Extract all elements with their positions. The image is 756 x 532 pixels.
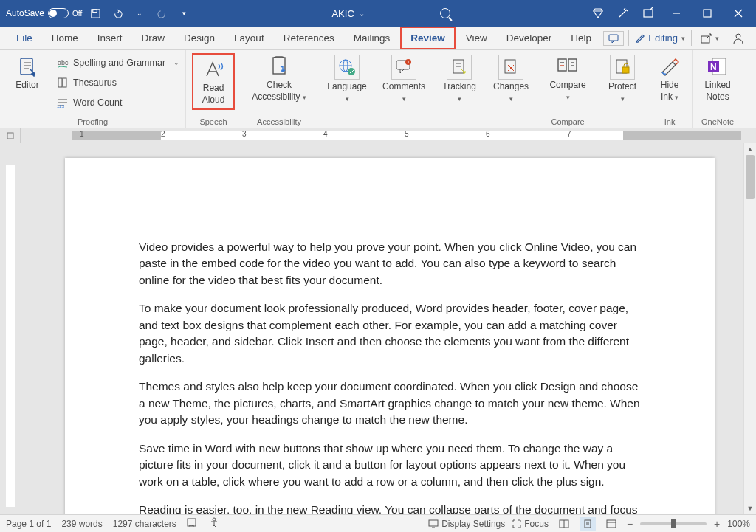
comments-icon	[391, 55, 416, 80]
changes-icon	[498, 55, 523, 80]
compare-button[interactable]: Compare	[545, 53, 591, 104]
comments-button[interactable]: Comments	[378, 53, 430, 106]
wand-icon[interactable]	[614, 4, 632, 22]
editing-mode[interactable]: Editing ▾	[628, 30, 692, 46]
vertical-scrollbar[interactable]: ▲ ▼	[743, 143, 756, 514]
display-settings-button[interactable]: Display Settings	[428, 519, 505, 529]
vertical-ruler[interactable]	[0, 143, 21, 514]
ribbon-display-icon[interactable]	[639, 4, 657, 22]
read-aloud-icon	[202, 58, 225, 81]
language-button[interactable]: Language	[323, 53, 371, 106]
paragraph[interactable]: To make your document look professionall…	[139, 300, 641, 367]
svg-text:N: N	[710, 62, 717, 72]
page[interactable]: Video provides a powerful way to help yo…	[65, 158, 715, 514]
diamond-icon[interactable]	[589, 4, 607, 22]
search-icon[interactable]	[440, 8, 450, 18]
scroll-down[interactable]: ▼	[744, 502, 756, 514]
share-button[interactable]: ▾	[696, 31, 724, 46]
autosave-toggle[interactable]: AutoSave Off	[6, 8, 82, 18]
editor-icon	[16, 55, 39, 78]
zoom-out[interactable]: −	[627, 518, 633, 530]
spelling-grammar-button[interactable]: abcSpelling and Grammar⌄	[56, 55, 179, 71]
hide-ink-button[interactable]: Hide Ink	[653, 53, 686, 104]
paragraph[interactable]: Themes and styles also help keep your do…	[139, 379, 641, 428]
group-ink: Ink	[664, 116, 676, 126]
word-count-button[interactable]: 123Word Count	[56, 94, 179, 111]
group-compare: Compare	[551, 116, 584, 126]
web-layout-view[interactable]	[603, 517, 619, 531]
maximize-button[interactable]	[695, 1, 719, 25]
toggle-switch[interactable]	[48, 8, 69, 18]
qat-customize[interactable]: ▾	[175, 4, 193, 22]
tab-mailings[interactable]: Mailings	[345, 28, 399, 48]
svg-point-43	[213, 518, 216, 521]
char-count-status[interactable]: 1297 characters	[113, 519, 176, 529]
read-aloud-button[interactable]: Read Aloud	[192, 53, 235, 110]
editing-label: Editing	[648, 32, 678, 44]
svg-text:123: 123	[57, 104, 65, 108]
svg-rect-30	[558, 59, 566, 71]
language-icon	[334, 55, 360, 80]
print-layout-view[interactable]	[580, 517, 596, 531]
tab-home[interactable]: Home	[43, 28, 87, 48]
linked-notes-button[interactable]: N Linked Notes	[698, 53, 737, 104]
page-status[interactable]: Page 1 of 1	[6, 519, 51, 529]
svg-rect-44	[429, 520, 438, 526]
tab-layout[interactable]: Layout	[225, 28, 273, 48]
tab-design[interactable]: Design	[175, 28, 224, 48]
tab-insert[interactable]: Insert	[89, 28, 131, 48]
protect-button[interactable]: Protect	[603, 53, 642, 106]
thesaurus-icon	[56, 76, 69, 89]
paragraph[interactable]: Reading is easier, too, in the new Readi…	[139, 502, 641, 514]
zoom-in[interactable]: +	[714, 518, 720, 530]
svg-rect-4	[704, 10, 711, 17]
svg-rect-7	[609, 35, 618, 41]
thesaurus-button[interactable]: Thesaurus	[56, 75, 179, 91]
save-icon[interactable]	[86, 4, 104, 22]
document-scroll[interactable]: Video provides a powerful way to help yo…	[21, 143, 743, 514]
svg-rect-41	[7, 133, 13, 139]
tab-file[interactable]: File	[7, 28, 41, 48]
close-button[interactable]	[726, 1, 750, 25]
document-area: Video provides a powerful way to help yo…	[0, 143, 756, 514]
tab-help[interactable]: Help	[562, 28, 600, 48]
read-mode-view[interactable]	[556, 517, 572, 531]
undo-dropdown[interactable]: ⌄	[131, 4, 148, 22]
tab-view[interactable]: View	[457, 28, 496, 48]
group-speech: Speech	[199, 116, 227, 126]
changes-button[interactable]: Changes	[489, 53, 533, 106]
undo-icon[interactable]	[109, 4, 126, 22]
tracking-button[interactable]: Tracking	[437, 53, 481, 106]
tracking-icon	[447, 55, 472, 80]
comments-toggle[interactable]	[603, 31, 624, 46]
ruler-corner[interactable]	[0, 128, 21, 143]
editor-button[interactable]: Editor	[6, 53, 49, 91]
check-accessibility-button[interactable]: Check Accessibility	[247, 53, 311, 104]
zoom-slider[interactable]	[640, 522, 707, 525]
svg-rect-37	[622, 67, 629, 73]
tab-developer[interactable]: Developer	[498, 28, 561, 48]
group-language-etc	[427, 116, 430, 126]
accessibility-status[interactable]	[209, 517, 219, 530]
redo-icon[interactable]	[153, 4, 171, 22]
document-name[interactable]: AKIC	[331, 8, 354, 19]
onenote-icon: N	[706, 55, 729, 78]
minimize-button[interactable]	[664, 1, 688, 25]
ribbon: Editor abcSpelling and Grammar⌄ Thesauru…	[0, 50, 756, 128]
word-count-status[interactable]: 239 words	[61, 519, 102, 529]
paragraph[interactable]: Video provides a powerful way to help yo…	[139, 239, 641, 289]
spell-check-status[interactable]	[187, 517, 199, 530]
scroll-up[interactable]: ▲	[744, 143, 756, 155]
editor-label: Editor	[16, 80, 38, 90]
zoom-level[interactable]: 100%	[727, 519, 750, 529]
svg-rect-10	[21, 58, 32, 75]
docname-dropdown[interactable]: ⌄	[359, 10, 365, 18]
paragraph[interactable]: Save time in Word with new buttons that …	[139, 441, 641, 490]
scroll-thumb[interactable]	[746, 155, 755, 199]
tab-review[interactable]: Review	[400, 27, 456, 49]
focus-button[interactable]: Focus	[512, 519, 549, 529]
svg-rect-31	[568, 59, 577, 71]
tab-references[interactable]: References	[275, 28, 343, 48]
tab-draw[interactable]: Draw	[133, 28, 174, 48]
account-icon[interactable]	[728, 30, 749, 46]
